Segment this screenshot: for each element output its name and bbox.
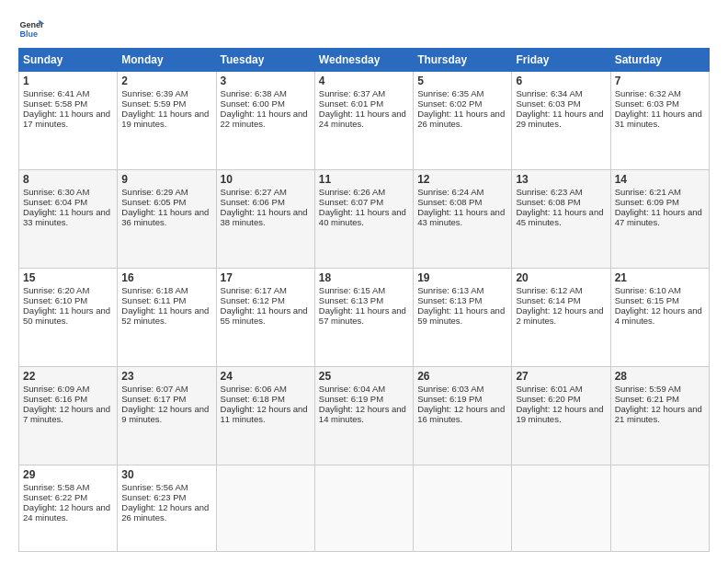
day-number: 3 <box>221 75 311 87</box>
calendar-cell: 16Sunrise: 6:18 AMSunset: 6:11 PMDayligh… <box>118 269 216 367</box>
weekday-header: Monday <box>118 49 216 72</box>
daylight-label: Daylight: 11 hours and 17 minutes. <box>23 109 110 129</box>
calendar-cell: 26Sunrise: 6:03 AMSunset: 6:19 PMDayligh… <box>414 367 512 465</box>
daylight-label: Daylight: 11 hours and 55 minutes. <box>221 305 308 326</box>
sunrise: Sunrise: 6:27 AM <box>221 187 287 197</box>
sunset: Sunset: 6:08 PM <box>417 197 482 207</box>
sunrise: Sunrise: 6:37 AM <box>319 88 385 98</box>
calendar-cell: 18Sunrise: 6:15 AMSunset: 6:13 PMDayligh… <box>314 269 413 367</box>
daylight-label: Daylight: 12 hours and 7 minutes. <box>23 404 110 424</box>
sunset: Sunset: 6:03 PM <box>615 98 679 109</box>
sunrise: Sunrise: 6:32 AM <box>615 88 681 98</box>
sunrise: Sunrise: 6:29 AM <box>121 187 188 197</box>
calendar-cell: 15Sunrise: 6:20 AMSunset: 6:10 PMDayligh… <box>19 269 118 367</box>
day-number: 8 <box>23 173 113 186</box>
daylight-label: Daylight: 11 hours and 47 minutes. <box>615 207 702 227</box>
daylight-label: Daylight: 12 hours and 9 minutes. <box>121 404 209 424</box>
svg-text:Blue: Blue <box>19 29 38 39</box>
sunrise: Sunrise: 6:03 AM <box>417 384 483 394</box>
sunset: Sunset: 6:15 PM <box>615 295 679 305</box>
calendar-cell: 2Sunrise: 6:39 AMSunset: 5:59 PMDaylight… <box>118 72 216 170</box>
sunrise: Sunrise: 6:01 AM <box>516 384 582 394</box>
day-number: 19 <box>417 271 507 284</box>
logo-icon: General Blue <box>18 15 44 40</box>
daylight-label: Daylight: 11 hours and 43 minutes. <box>417 207 505 227</box>
day-number: 27 <box>516 370 606 383</box>
day-number: 30 <box>121 468 211 481</box>
day-number: 20 <box>516 271 606 284</box>
calendar-table: SundayMondayTuesdayWednesdayThursdayFrid… <box>18 48 710 552</box>
daylight-label: Daylight: 11 hours and 57 minutes. <box>319 305 406 326</box>
daylight-label: Daylight: 11 hours and 24 minutes. <box>319 109 406 129</box>
sunrise: Sunrise: 6:04 AM <box>319 384 385 394</box>
calendar-cell: 9Sunrise: 6:29 AMSunset: 6:05 PMDaylight… <box>118 170 216 269</box>
daylight-label: Daylight: 11 hours and 29 minutes. <box>516 109 603 129</box>
day-number: 28 <box>615 370 705 383</box>
sunrise: Sunrise: 6:20 AM <box>23 285 89 295</box>
calendar-cell: 27Sunrise: 6:01 AMSunset: 6:20 PMDayligh… <box>512 367 610 465</box>
daylight-label: Daylight: 11 hours and 38 minutes. <box>221 207 308 227</box>
calendar-cell: 4Sunrise: 6:37 AMSunset: 6:01 PMDaylight… <box>314 72 413 170</box>
weekday-header: Thursday <box>414 49 512 72</box>
calendar-cell: 24Sunrise: 6:06 AMSunset: 6:18 PMDayligh… <box>216 367 314 465</box>
day-number: 15 <box>23 271 113 284</box>
calendar-cell: 5Sunrise: 6:35 AMSunset: 6:02 PMDaylight… <box>414 72 512 170</box>
calendar-cell: 11Sunrise: 6:26 AMSunset: 6:07 PMDayligh… <box>314 170 413 269</box>
day-number: 1 <box>23 75 113 87</box>
sunrise: Sunrise: 5:59 AM <box>615 384 681 394</box>
sunrise: Sunrise: 6:23 AM <box>516 187 582 197</box>
sunrise: Sunrise: 6:09 AM <box>23 384 89 394</box>
calendar-cell: 12Sunrise: 6:24 AMSunset: 6:08 PMDayligh… <box>414 170 512 269</box>
weekday-header: Sunday <box>19 49 118 72</box>
header: General Blue <box>18 15 710 40</box>
calendar-cell: 29Sunrise: 5:58 AMSunset: 6:22 PMDayligh… <box>19 465 118 552</box>
sunrise: Sunrise: 6:17 AM <box>221 285 287 295</box>
calendar-cell: 23Sunrise: 6:07 AMSunset: 6:17 PMDayligh… <box>118 367 216 465</box>
sunset: Sunset: 6:20 PM <box>516 394 580 404</box>
day-number: 21 <box>615 271 705 284</box>
daylight-label: Daylight: 11 hours and 40 minutes. <box>319 207 406 227</box>
calendar-cell <box>314 465 413 552</box>
calendar-cell: 17Sunrise: 6:17 AMSunset: 6:12 PMDayligh… <box>216 269 314 367</box>
calendar-cell: 30Sunrise: 5:56 AMSunset: 6:23 PMDayligh… <box>118 465 216 552</box>
calendar-cell: 8Sunrise: 6:30 AMSunset: 6:04 PMDaylight… <box>19 170 118 269</box>
sunset: Sunset: 6:07 PM <box>319 197 383 207</box>
calendar-cell: 19Sunrise: 6:13 AMSunset: 6:13 PMDayligh… <box>414 269 512 367</box>
sunrise: Sunrise: 6:15 AM <box>319 285 385 295</box>
calendar-cell: 7Sunrise: 6:32 AMSunset: 6:03 PMDaylight… <box>610 72 709 170</box>
sunset: Sunset: 6:04 PM <box>23 197 87 207</box>
daylight-label: Daylight: 12 hours and 21 minutes. <box>615 404 702 424</box>
sunset: Sunset: 6:08 PM <box>516 197 580 207</box>
sunrise: Sunrise: 6:34 AM <box>516 88 582 98</box>
day-number: 22 <box>23 370 113 383</box>
sunset: Sunset: 6:17 PM <box>121 394 186 404</box>
day-number: 9 <box>121 173 211 186</box>
daylight-label: Daylight: 11 hours and 50 minutes. <box>23 305 110 326</box>
daylight-label: Daylight: 11 hours and 22 minutes. <box>221 109 308 129</box>
sunset: Sunset: 6:09 PM <box>615 197 679 207</box>
weekday-header: Tuesday <box>216 49 314 72</box>
sunset: Sunset: 5:58 PM <box>23 98 87 109</box>
sunrise: Sunrise: 6:10 AM <box>615 285 681 295</box>
day-number: 13 <box>516 173 606 186</box>
daylight-label: Daylight: 12 hours and 19 minutes. <box>516 404 603 424</box>
sunrise: Sunrise: 6:07 AM <box>121 384 188 394</box>
weekday-header: Saturday <box>610 49 709 72</box>
calendar-cell: 1Sunrise: 6:41 AMSunset: 5:58 PMDaylight… <box>19 72 118 170</box>
sunset: Sunset: 6:05 PM <box>121 197 186 207</box>
sunrise: Sunrise: 5:58 AM <box>23 482 89 492</box>
calendar-cell: 28Sunrise: 5:59 AMSunset: 6:21 PMDayligh… <box>610 367 709 465</box>
daylight-label: Daylight: 11 hours and 19 minutes. <box>121 109 209 129</box>
sunrise: Sunrise: 6:39 AM <box>121 88 188 98</box>
calendar-cell <box>216 465 314 552</box>
sunset: Sunset: 5:59 PM <box>121 98 186 109</box>
sunset: Sunset: 6:02 PM <box>417 98 482 109</box>
sunset: Sunset: 6:18 PM <box>221 394 285 404</box>
weekday-header: Wednesday <box>314 49 413 72</box>
sunset: Sunset: 6:19 PM <box>319 394 383 404</box>
day-number: 7 <box>615 75 705 87</box>
sunset: Sunset: 6:23 PM <box>121 492 186 502</box>
daylight-label: Daylight: 12 hours and 16 minutes. <box>417 404 505 424</box>
sunrise: Sunrise: 6:12 AM <box>516 285 582 295</box>
sunset: Sunset: 6:21 PM <box>615 394 679 404</box>
